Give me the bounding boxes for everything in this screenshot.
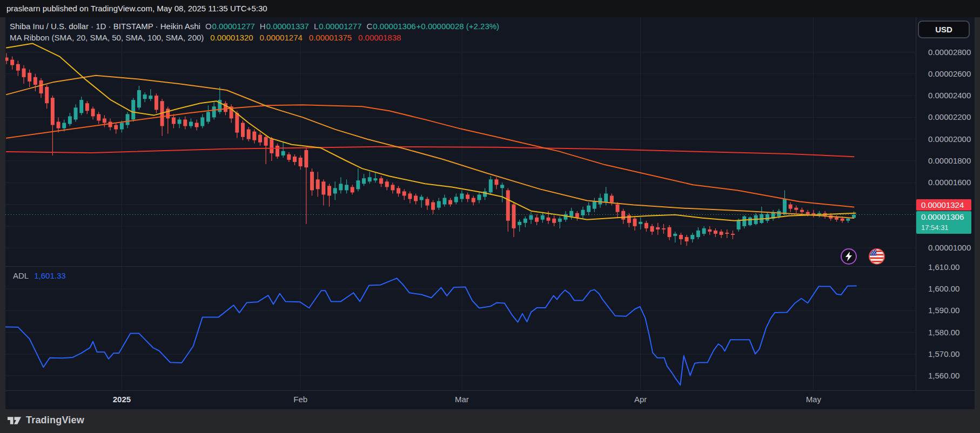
adl-axis-label: 1,570.00: [916, 349, 975, 360]
price-axis-label: 0.00002800: [916, 47, 975, 58]
heikin-ashi-candle: [477, 194, 481, 200]
heikin-ashi-candle: [91, 109, 95, 116]
heikin-ashi-candle: [327, 186, 331, 195]
heikin-ashi-candle: [362, 178, 366, 184]
heikin-ashi-candle: [172, 117, 176, 124]
price-label-badge-red: 0.00001324: [916, 199, 971, 211]
adl-pane-canvas[interactable]: [5, 267, 975, 390]
price-axis-label: 0.00001600: [916, 177, 975, 188]
heikin-ashi-candle: [639, 222, 642, 224]
heikin-ashi-candle: [397, 188, 400, 193]
heikin-ashi-candle: [310, 172, 314, 190]
heikin-ashi-candle: [68, 116, 72, 124]
price-pane-canvas[interactable]: [5, 17, 975, 266]
heikin-ashi-candle: [448, 200, 452, 205]
heikin-ashi-candle: [766, 214, 769, 221]
footer-bar: TradingView: [0, 409, 980, 433]
price-axis-label: 0.00002200: [916, 112, 975, 123]
adl-axis-label: 1,610.00: [916, 262, 975, 273]
heikin-ashi-candle: [39, 80, 43, 93]
heikin-ashi-candle: [811, 213, 815, 214]
heikin-ashi-candle: [656, 227, 660, 229]
time-axis-label: May: [806, 395, 821, 404]
price-chart-svg: [5, 17, 975, 266]
heikin-ashi-candle: [512, 205, 515, 228]
heikin-ashi-candle: [379, 178, 383, 184]
heikin-ashi-candle: [489, 179, 493, 192]
heikin-ashi-candle: [846, 219, 850, 221]
adl-axis-label: 1,600.00: [916, 283, 975, 294]
heikin-ashi-candle: [599, 198, 602, 205]
heikin-ashi-candle: [183, 119, 187, 126]
heikin-ashi-candle: [45, 87, 49, 103]
heikin-ashi-candle: [662, 228, 666, 229]
heikin-ashi-candle: [610, 195, 614, 202]
heikin-ashi-candle: [402, 191, 406, 195]
heikin-ashi-candle: [673, 234, 677, 236]
heikin-ashi-candle: [535, 218, 539, 222]
heikin-ashi-candle: [581, 210, 585, 215]
heikin-ashi-candle: [97, 114, 100, 120]
heikin-ashi-candle: [373, 178, 377, 180]
heikin-ashi-candle: [316, 179, 320, 189]
heikin-ashi-candle: [258, 135, 262, 143]
heikin-ashi-candle: [166, 109, 170, 118]
heikin-ashi-candle: [264, 137, 268, 146]
heikin-ashi-candle: [460, 193, 464, 199]
currency-toggle-button[interactable]: USD: [918, 21, 970, 38]
heikin-ashi-candle: [408, 193, 412, 199]
heikin-ashi-candle: [149, 96, 152, 99]
heikin-ashi-candle: [731, 234, 735, 235]
pane-separator[interactable]: [5, 266, 975, 267]
time-axis-label: Apr: [634, 395, 647, 404]
adl-axis-label: 1,580.00: [916, 327, 975, 338]
heikin-ashi-candle: [22, 69, 26, 77]
heikin-ashi-candle: [552, 219, 556, 223]
heikin-ashi-candle: [437, 201, 441, 208]
heikin-ashi-candle: [10, 60, 14, 65]
heikin-ashi-candle: [321, 181, 325, 194]
heikin-ashi-candle: [356, 180, 360, 189]
heikin-ashi-candle: [777, 211, 781, 216]
heikin-ashi-candle: [737, 221, 741, 229]
heikin-ashi-candle: [270, 139, 273, 153]
tradingview-snapshot-page: praslearn published on TradingView.com, …: [0, 0, 980, 433]
heikin-ashi-candle: [287, 154, 291, 160]
heikin-ashi-candle: [62, 123, 66, 128]
heikin-ashi-candle: [178, 119, 182, 124]
heikin-ashi-candle: [685, 237, 689, 241]
time-scale[interactable]: 2025FebMarAprMay: [5, 390, 975, 409]
heikin-ashi-candle: [714, 231, 717, 234]
heikin-ashi-candle: [85, 103, 89, 111]
heikin-ashi-candle: [425, 199, 429, 206]
us-flag-icon[interactable]: [869, 248, 885, 265]
price-axis-label: 0.00001800: [916, 155, 975, 166]
heikin-ashi-candle: [235, 113, 239, 132]
heikin-ashi-candle: [523, 219, 527, 223]
chart-card: Shiba Inu / U.S. dollar · 1D · BITSTAMP …: [5, 17, 975, 409]
heikin-ashi-candle: [742, 216, 746, 226]
heikin-ashi-candle: [616, 205, 620, 212]
heikin-ashi-candle: [783, 199, 787, 214]
heikin-ashi-candle: [5, 58, 9, 61]
heikin-ashi-candle: [794, 208, 798, 210]
heikin-ashi-candle: [800, 210, 804, 212]
heikin-ashi-candle: [529, 215, 533, 220]
heikin-ashi-candle: [351, 187, 354, 192]
heikin-ashi-candle: [541, 215, 545, 220]
heikin-ashi-candle: [212, 106, 216, 117]
heikin-ashi-candle: [506, 190, 510, 220]
adl-axis-label: 1,560.00: [916, 370, 975, 381]
price-axis-label: 0.00001000: [916, 242, 975, 253]
heikin-ashi-candle: [546, 218, 550, 221]
tradingview-logo[interactable]: TradingView: [7, 415, 84, 426]
heikin-ashi-candle: [748, 218, 752, 225]
heikin-ashi-candle: [431, 202, 435, 210]
heikin-ashi-candle: [558, 219, 562, 222]
attribution-text: praslearn published on TradingView.com, …: [6, 0, 267, 17]
heikin-ashi-candle: [345, 185, 348, 190]
heikin-ashi-candle: [137, 90, 141, 107]
boost-lightning-icon[interactable]: [841, 248, 857, 265]
heikin-ashi-candle: [195, 123, 199, 127]
adl-chart-svg: [5, 267, 975, 390]
